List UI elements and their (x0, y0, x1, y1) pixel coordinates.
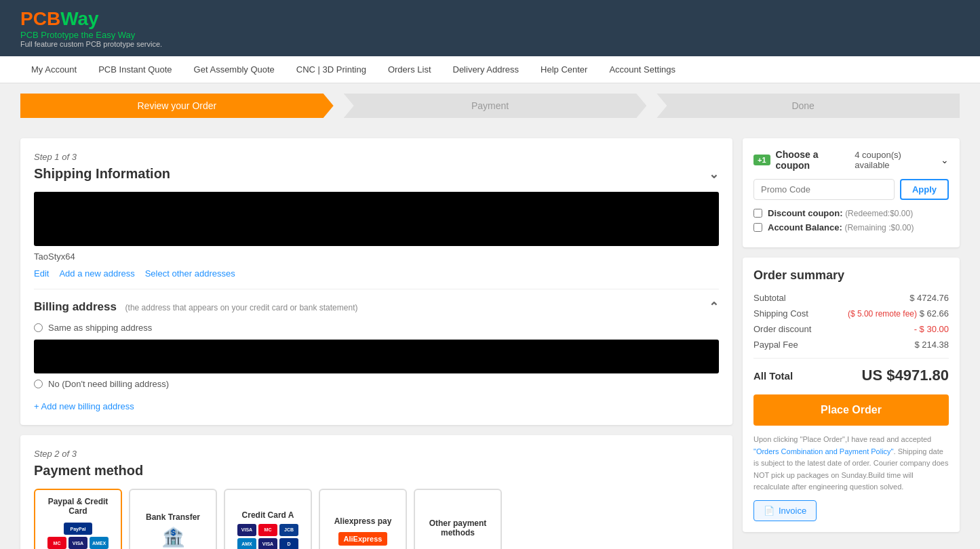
billing-expand-chevron[interactable]: ⌃ (709, 300, 719, 314)
apply-button[interactable]: Apply (900, 179, 949, 200)
shipping-address-redacted (34, 192, 719, 246)
billing-subtitle: (the address that appears on your credit… (125, 303, 358, 312)
subtotal-label: Subtotal (753, 293, 786, 303)
discount-coupon-checkbox[interactable] (753, 209, 762, 218)
coupon-count-area: 4 coupon(s) available ⌄ (855, 150, 949, 170)
shipping-address-links: Edit Add a new address Select other addr… (34, 268, 719, 279)
progress-step-review: Review your Order (20, 94, 334, 118)
shipping-title-text: Shipping Information (34, 166, 170, 182)
tagline-gray: Full feature custom PCB prototype servic… (20, 40, 162, 48)
payment-method-credit-card-a[interactable]: Credit Card A VISA MC JCB AMX VISA D (224, 489, 312, 549)
nav-account-settings[interactable]: Account Settings (598, 56, 686, 83)
shipping-value: ($ 5.00 remote fee) $ 62.66 (848, 308, 949, 319)
visa-icon-1: VISA (237, 524, 256, 536)
order-summary: Order summary Subtotal $ 4724.76 Shippin… (743, 258, 960, 532)
edit-address-link[interactable]: Edit (34, 268, 49, 279)
shipping-collapse-chevron[interactable]: ⌄ (709, 167, 719, 182)
discount-coupon-label: Discount coupon: (Redeemed:$0.00) (768, 208, 913, 218)
nav-orders-list[interactable]: Orders List (377, 56, 442, 83)
account-balance-row: Account Balance: (Remaining :$0.00) (753, 222, 949, 232)
account-balance-label: Account Balance: (Remaining :$0.00) (768, 222, 914, 232)
nav-delivery-address[interactable]: Delivery Address (442, 56, 530, 83)
payment-method-paypal[interactable]: Paypal & Credit Card PayPal MC VISA AMEX… (34, 489, 122, 549)
nav-pcb-instant-quote[interactable]: PCB Instant Quote (87, 56, 182, 83)
payment-section-title: Payment method (34, 463, 719, 479)
coupon-header: +1 Choose a coupon 4 coupon(s) available… (753, 149, 949, 171)
paypal-fee-label: Paypal Fee (753, 340, 798, 350)
logo-pcb: PCB (20, 8, 60, 29)
same-as-shipping-option: Same as shipping address (34, 323, 719, 333)
navigation: My Account PCB Instant Quote Get Assembl… (0, 56, 980, 83)
bank-transfer-title: Bank Transfer (146, 512, 200, 522)
header: PCBWay PCB Prototype the Easy Way Full f… (0, 0, 980, 56)
main-content: Step 1 of 3 Shipping Information ⌄ TaoSt… (0, 128, 980, 549)
payment-method-other[interactable]: Other payment methods (414, 489, 502, 549)
invoice-label: Invoice (779, 506, 806, 516)
credit-card-icons: VISA MC JCB AMX VISA D (232, 524, 304, 550)
paypal-icon: PayPal (64, 523, 92, 535)
same-as-shipping-label: Same as shipping address (48, 323, 152, 333)
payment-method-aliexpress[interactable]: Aliexpress pay AliExpress (319, 489, 407, 549)
amex-icon: AMEX (90, 537, 109, 549)
shipping-section-title: Shipping Information ⌄ (34, 166, 719, 182)
total-label: All Total (753, 370, 793, 382)
order-content: Step 1 of 3 Shipping Information ⌄ TaoSt… (20, 138, 732, 549)
shipping-remote-fee: ($ 5.00 remote fee) (848, 309, 917, 319)
coupon-left: +1 Choose a coupon (753, 149, 855, 171)
place-order-button[interactable]: Place Order (753, 394, 949, 426)
coupon-tag: +1 (753, 155, 770, 165)
choose-coupon-label: Choose a coupon (776, 149, 855, 171)
select-other-addresses-link[interactable]: Select other addresses (145, 268, 235, 279)
discount-coupon-value: (Redeemed:$0.00) (845, 209, 913, 218)
paypal-fee-row: Paypal Fee $ 214.38 (753, 340, 949, 350)
invoice-icon: 📄 (764, 506, 775, 516)
add-new-address-link[interactable]: Add a new address (59, 268, 134, 279)
progress-step-payment: Payment (334, 94, 647, 118)
total-row: All Total US $4971.80 (753, 367, 949, 384)
nav-get-assembly-quote[interactable]: Get Assembly Quote (183, 56, 286, 83)
summary-divider (753, 358, 949, 359)
paypal-fee-value: $ 214.38 (914, 340, 949, 350)
payment-methods-list: Paypal & Credit Card PayPal MC VISA AMEX… (34, 489, 719, 549)
paypal-title: Paypal & Credit Card (42, 497, 114, 516)
discover-icon-2: D (279, 538, 298, 550)
nav-help-center[interactable]: Help Center (530, 56, 598, 83)
nav-my-account[interactable]: My Account (20, 56, 87, 83)
logo: PCBWay PCB Prototype the Easy Way Full f… (20, 8, 162, 48)
mc-icon-2: MC (258, 524, 277, 536)
logo-text: PCBWay (20, 8, 162, 30)
add-billing-link[interactable]: + Add new billing address (34, 401, 134, 411)
coupon-count: 4 coupon(s) available (855, 150, 938, 170)
header-tagline: PCB Prototype the Easy Way Full feature … (20, 30, 162, 48)
billing-address-redacted (34, 340, 719, 373)
payment-step-label: Step 2 of 3 (34, 449, 719, 459)
shipping-username: TaoStyx64 (34, 251, 719, 262)
policy-link[interactable]: "Orders Combination and Payment Policy" (753, 447, 894, 455)
logo-way: Way (60, 8, 99, 29)
terms-text: Upon clicking "Place Order",I have read … (753, 434, 949, 493)
sidebar: +1 Choose a coupon 4 coupon(s) available… (743, 138, 960, 549)
billing-title-text: Billing address (the address that appear… (34, 300, 357, 314)
tagline-green: PCB Prototype the Easy Way (20, 30, 162, 40)
progress-step-done: Done (646, 94, 960, 118)
promo-code-input[interactable] (753, 179, 895, 200)
payment-card: Step 2 of 3 Payment method Paypal & Cred… (20, 435, 732, 549)
visa-icon-2: VISA (258, 538, 277, 550)
shipping-step-label: Step 1 of 3 (34, 152, 719, 162)
coupon-dropdown-icon[interactable]: ⌄ (941, 155, 949, 165)
subtotal-row: Subtotal $ 4724.76 (753, 293, 949, 303)
shipping-base-value: $ 62.66 (920, 308, 949, 319)
no-billing-radio[interactable] (34, 380, 43, 388)
nav-cnc-3d-printing[interactable]: CNC | 3D Printing (286, 56, 377, 83)
same-as-shipping-radio[interactable] (34, 323, 43, 332)
discount-label: Order discount (753, 324, 811, 334)
section-divider (34, 289, 719, 289)
account-balance-checkbox[interactable] (753, 223, 762, 232)
discount-coupon-row: Discount coupon: (Redeemed:$0.00) (753, 208, 949, 218)
jcb-icon: JCB (279, 524, 298, 536)
total-value: US $4971.80 (862, 367, 949, 384)
amex-icon-2: AMX (237, 538, 256, 550)
payment-method-bank-transfer[interactable]: Bank Transfer 🏦 (129, 489, 217, 549)
invoice-button[interactable]: 📄 Invoice (753, 500, 817, 521)
discount-value: - $ 30.00 (914, 324, 949, 334)
